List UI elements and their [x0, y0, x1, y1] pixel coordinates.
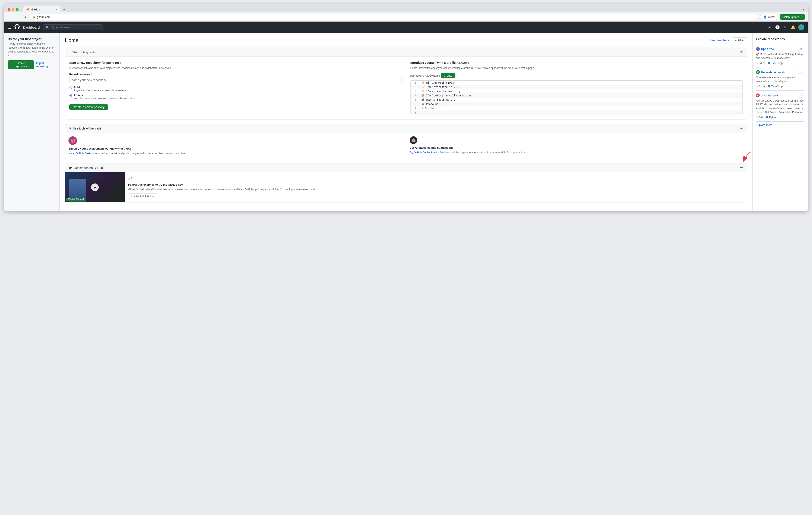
- video-play-button[interactable]: ▶: [91, 184, 99, 191]
- pulls-button[interactable]: ⑂: [783, 24, 788, 30]
- repo-name-input[interactable]: [69, 77, 402, 83]
- search-bar[interactable]: 🔍 Type / to search: [43, 24, 103, 30]
- issues-button[interactable]: 🕐: [774, 24, 781, 30]
- line-content-1: - 👋 Hi, I'm @pebro1984: [418, 81, 454, 84]
- star-unleash-button[interactable]: ☆: [798, 70, 804, 74]
- get-started-icon: 🎓: [68, 166, 72, 170]
- tools-inner: 🐙 Simplify your development workflow wit…: [65, 133, 747, 159]
- explore-more-link[interactable]: Explore more →: [756, 123, 776, 127]
- filter-label: Filter: [738, 38, 745, 42]
- sidebar-actions: Create repository Import repository: [8, 60, 56, 69]
- private-label-title: Private: [74, 94, 136, 97]
- unleash-avatar: U: [756, 70, 760, 74]
- line-num-2: 2: [413, 85, 416, 88]
- send-feedback-link[interactable]: Send feedback: [709, 38, 729, 42]
- repo-trpc-header: trpc / trpc ☆: [756, 47, 804, 51]
- star-count-icon: ☆: [756, 62, 758, 65]
- address-text: github.com: [37, 16, 51, 19]
- close-dot[interactable]: [8, 8, 10, 11]
- create-readme-button[interactable]: Create: [441, 73, 455, 78]
- filter-button[interactable]: ≡ Filter: [732, 37, 747, 43]
- desktop-link[interactable]: Install GitHub Desktop: [68, 152, 94, 155]
- public-radio[interactable]: [69, 86, 72, 89]
- new-repo-desc: A repository contains all of your projec…: [69, 66, 402, 70]
- tools-icon: ⚙: [68, 127, 71, 130]
- chevron-icon: ▾: [769, 25, 771, 30]
- new-item-button[interactable]: + ▾: [765, 24, 772, 30]
- new-repo-title: Start a new repository for pebro1984: [69, 61, 402, 64]
- minimize-dot[interactable]: [12, 8, 14, 11]
- tools-content: 🐙 Simplify your development workflow wit…: [65, 133, 747, 159]
- back-button[interactable]: ←: [7, 14, 13, 20]
- guest-label: Guest: [768, 16, 775, 19]
- tools-more-button[interactable]: •••: [740, 126, 744, 131]
- finish-update-menu-icon: ⋮: [800, 16, 803, 19]
- github-logo[interactable]: [14, 24, 20, 30]
- star-awx-button[interactable]: ☆: [798, 93, 804, 98]
- explore-repo-unleash: U Unleash / unleash ☆ Open-source featur…: [756, 67, 804, 91]
- ansible-avatar: A: [756, 93, 760, 97]
- browser-dropdown-icon[interactable]: ▾: [803, 8, 804, 11]
- repo-awx-name[interactable]: A ansible / awx: [756, 93, 778, 97]
- get-started-header: 🎓 Get started on GitHub •••: [65, 163, 747, 172]
- hamburger-menu-icon[interactable]: ☰: [8, 25, 11, 30]
- lang-name: TypeScript: [771, 62, 783, 65]
- plus-icon: +: [766, 25, 769, 30]
- readme-section: Introduce yourself with a profile README…: [406, 57, 747, 119]
- readme-file-preview: 1 - 👋 Hi, I'm @pebro1984 2 - 👀 I'm inter…: [410, 80, 743, 115]
- try-github-flow-button[interactable]: Try the GitHub flow: [128, 193, 157, 199]
- address-bar[interactable]: 🔒 github.com: [29, 14, 758, 20]
- tab-close-icon[interactable]: ✕: [56, 8, 58, 11]
- notifications-button[interactable]: 🔔: [789, 24, 796, 30]
- filter-icon: ≡: [735, 38, 736, 42]
- guest-icon: 👤: [763, 16, 766, 19]
- readme-line-3: 3 - 🌱 I'm currently learning ...: [411, 89, 743, 93]
- line-num-1: 1: [413, 81, 416, 84]
- repo-unleash-name[interactable]: U Unleash / unleash: [756, 70, 785, 74]
- guest-button[interactable]: 👤 Guest: [760, 14, 779, 20]
- star-trpc-button[interactable]: ☆: [798, 47, 804, 51]
- copilot-tool-card: 🤖 Get AI-based coding suggestions Try Gi…: [406, 133, 747, 159]
- user-avatar[interactable]: p: [799, 24, 804, 30]
- start-writing-label: Start writing code: [72, 51, 95, 54]
- maximize-dot[interactable]: [16, 8, 19, 11]
- introduce-title: Introduce yourself with a profile README: [410, 61, 743, 64]
- readme-line-2: 2 - 👀 I'm interested in ...: [411, 85, 743, 89]
- readme-path: pebro1984 / README.md Create: [410, 73, 743, 78]
- start-writing-more-button[interactable]: •••: [740, 50, 744, 54]
- line-content-2: - 👀 I'm interested in ...: [418, 85, 459, 88]
- video-thumbnail[interactable]: ▶ What is GitHub?: [65, 172, 125, 202]
- create-project-desc: Ready to start building? Create a reposi…: [8, 42, 56, 57]
- clock-icon: 🕐: [775, 25, 780, 30]
- reload-button[interactable]: ↺: [22, 14, 28, 20]
- forward-button[interactable]: →: [14, 14, 21, 20]
- private-radio[interactable]: [69, 94, 72, 97]
- browser-titlebar: 🐙 GitHub ✕ + ▾: [4, 4, 808, 12]
- left-sidebar: Create your first project Ready to start…: [4, 33, 60, 211]
- github-app: ☰ Dashboard 🔍 Type / to search + ▾ 🕐: [4, 22, 808, 211]
- line-num-5: 5: [413, 98, 416, 101]
- desktop-desc: Install GitHub Desktop to visualize, com…: [68, 152, 403, 155]
- finish-update-button[interactable]: Finish update ⋮: [780, 14, 805, 20]
- search-icon: 🔍: [46, 26, 50, 29]
- finish-update-label: Finish update: [782, 16, 799, 19]
- video-badge: What is GitHub?: [66, 198, 86, 201]
- new-tab-button[interactable]: +: [61, 6, 67, 12]
- desktop-title: Simplify your development workflow with …: [68, 147, 403, 150]
- import-repository-link[interactable]: Import repository: [36, 61, 56, 68]
- create-new-repo-button[interactable]: Create a new repository: [69, 104, 108, 110]
- copilot-link[interactable]: Try GitHub Copilot free for 30 days: [410, 151, 449, 154]
- tools-header: ⚙ Use tools of the trade •••: [65, 124, 747, 133]
- create-repository-button[interactable]: Create repository: [8, 60, 34, 69]
- flow-title: Follow this exercise to try the GitHub f…: [128, 183, 744, 186]
- create-project-section: Create your first project Ready to start…: [8, 37, 56, 69]
- private-label: Private You choose who can see and commi…: [74, 94, 136, 100]
- repo-trpc-name[interactable]: trpc / trpc: [756, 47, 774, 51]
- active-tab[interactable]: 🐙 GitHub ✕: [23, 6, 61, 12]
- center-content: Home Send feedback ≡ Filter ⟨⟩ Start wri…: [60, 33, 752, 211]
- copilot-desc: Try GitHub Copilot free for 30 days , wh…: [410, 151, 744, 155]
- home-header: Home Send feedback ≡ Filter: [65, 37, 747, 43]
- create-project-title: Create your first project: [8, 37, 56, 41]
- get-started-more-button[interactable]: •••: [740, 166, 744, 170]
- repo-awx-meta: ☆ 14k Python: [756, 116, 804, 119]
